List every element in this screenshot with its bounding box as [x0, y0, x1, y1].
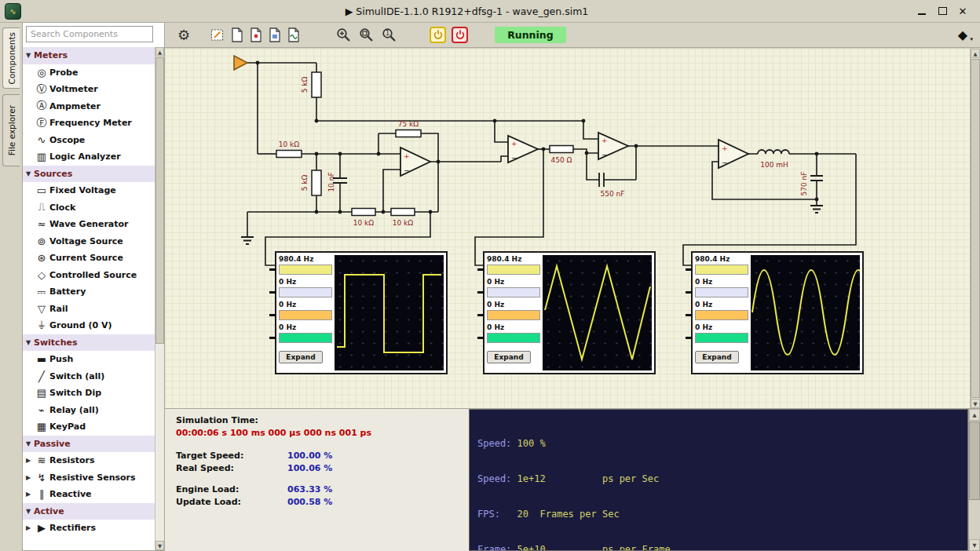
- component-item-fixed-voltage[interactable]: ▭Fixed Voltage: [23, 182, 155, 199]
- component-label: Voltage Source: [49, 236, 123, 246]
- component-item-oscope[interactable]: ∿Oscope: [23, 132, 155, 149]
- zoom-fit-icon[interactable]: [359, 27, 374, 42]
- resistors-icon: ≋: [34, 454, 49, 466]
- inductor-l1[interactable]: 100 mH: [758, 150, 789, 169]
- zoom-in-icon[interactable]: [336, 27, 351, 42]
- opamp-2[interactable]: + −: [508, 136, 538, 162]
- component-item-relay[interactable]: ⌁Relay (all): [23, 402, 155, 419]
- resistor-r4[interactable]: 5 kΩ: [301, 170, 321, 195]
- oscilloscope-2[interactable]: 980.4 Hz 0 Hz 0 Hz 0 Hz Expand: [483, 251, 656, 374]
- component-item-switch-dip[interactable]: ▤Switch Dip: [23, 385, 155, 402]
- component-item-voltage-source[interactable]: ⊚Voltage Source: [23, 233, 155, 250]
- power-off-icon[interactable]: [452, 27, 468, 43]
- component-item-switch[interactable]: ╱Switch (all): [23, 368, 155, 385]
- maximize-icon: [938, 7, 947, 15]
- component-item-probe[interactable]: ◎Probe: [23, 64, 155, 82]
- resistor-r6[interactable]: 10 kΩ: [391, 209, 415, 228]
- wave-generator-symbol[interactable]: [234, 56, 247, 70]
- component-item-resistors[interactable]: ▶≋Resistors: [23, 452, 155, 469]
- oscilloscope-1[interactable]: 980.4 Hz 0 Hz 0 Hz 0 Hz Expand: [275, 251, 448, 374]
- appearance-icon[interactable]: ◆▾: [958, 27, 967, 42]
- components-scrollbar[interactable]: ▲ ▼: [155, 47, 164, 550]
- bottom-panel: Simulation Time: 00:00:06 s 100 ms 000 µ…: [165, 408, 980, 551]
- component-item-rectifiers[interactable]: ▶▶Rectifiers: [23, 520, 155, 537]
- scroll-down-icon[interactable]: ▼: [155, 541, 164, 550]
- opamp-1[interactable]: + −: [400, 148, 430, 176]
- ground-symbol-2[interactable]: [810, 206, 823, 213]
- switch-dip-icon: ▤: [34, 387, 49, 399]
- scroll-thumb[interactable]: [969, 421, 980, 500]
- maximize-button[interactable]: [933, 3, 952, 19]
- oscilloscope-3[interactable]: 980.4 Hz 0 Hz 0 Hz 0 Hz Expand: [691, 251, 864, 374]
- battery-icon: ⎓: [34, 286, 49, 298]
- component-item-ground[interactable]: ⏚Ground (0 V): [23, 317, 155, 334]
- titlebar: ∿ ▶ SimulIDE-1.1.0 R1912+dfsg-1 - wave_g…: [0, 0, 980, 23]
- component-item-clock[interactable]: ⎍Clock: [23, 199, 155, 217]
- component-item-frequency-meter[interactable]: ⒻFrequency Meter: [23, 115, 155, 132]
- close-button[interactable]: ✕: [953, 3, 972, 19]
- tab-file-explorer[interactable]: File explorer: [2, 94, 20, 166]
- resistor-r7[interactable]: 450 Ω: [550, 146, 573, 165]
- wave-generator-icon: ≈: [34, 218, 49, 230]
- opamp-4[interactable]: + −: [719, 140, 748, 168]
- category-meters[interactable]: ▼Meters: [23, 47, 155, 64]
- scroll-up-icon[interactable]: ▲: [155, 47, 164, 57]
- save-circuit-icon[interactable]: [269, 27, 281, 42]
- resistor-r2[interactable]: 75 kΩ: [396, 120, 421, 137]
- expand-button[interactable]: Expand: [695, 351, 739, 363]
- category-active[interactable]: ▼Active: [23, 503, 155, 520]
- resistor-r5[interactable]: 10 kΩ: [352, 209, 375, 228]
- expand-button[interactable]: Expand: [487, 351, 531, 363]
- component-item-controlled-source[interactable]: ◇Controlled Source: [23, 267, 155, 284]
- export-circuit-icon[interactable]: [287, 27, 300, 42]
- channel1-frequency: 980.4 Hz: [695, 255, 748, 264]
- component-item-wave-generator[interactable]: ≈Wave Generator: [23, 216, 155, 233]
- capacitor-c2[interactable]: 550 nF: [599, 173, 624, 198]
- opamp-3[interactable]: + −: [598, 133, 628, 159]
- capacitor-c1[interactable]: 10 nF: [327, 172, 347, 192]
- power-on-icon[interactable]: [430, 27, 446, 43]
- scroll-down-icon[interactable]: ▼: [969, 539, 980, 551]
- edit-circuit-icon[interactable]: [210, 27, 225, 42]
- component-item-keypad[interactable]: ▦KeyPad: [23, 418, 155, 436]
- component-item-voltmeter[interactable]: ⓋVoltmeter: [23, 81, 155, 98]
- resistor-r3[interactable]: 10 kΩ: [276, 140, 302, 158]
- component-label: KeyPad: [49, 421, 86, 432]
- component-item-push[interactable]: ▬Push: [23, 351, 155, 368]
- category-sources[interactable]: ▼Sources: [23, 166, 155, 183]
- component-label: Ground (0 V): [49, 320, 112, 330]
- component-item-current-source[interactable]: ⊛Current Source: [23, 250, 155, 267]
- component-item-battery[interactable]: ⎓Battery: [23, 283, 155, 301]
- simulation-console: Speed: 100 % Speed: 1e+12 ps per Sec FPS…: [469, 409, 968, 551]
- console-scrollbar[interactable]: ▲ ▼: [968, 409, 980, 551]
- component-search-input[interactable]: [26, 26, 153, 42]
- scroll-down-icon[interactable]: ▼: [971, 399, 980, 408]
- canvas-scrollbar[interactable]: ▲ ▼: [970, 49, 980, 408]
- new-circuit-icon[interactable]: [231, 27, 243, 42]
- component-item-logic-analyzer[interactable]: ▥Logic Analyzer: [23, 148, 155, 166]
- capacitor-c3[interactable]: 570 nF: [800, 172, 823, 196]
- category-switches[interactable]: ▼Switches: [23, 334, 155, 352]
- resistor-r1[interactable]: 5 kΩ: [301, 72, 321, 97]
- scroll-thumb[interactable]: [155, 57, 164, 344]
- zoom-one-icon[interactable]: 1: [382, 27, 397, 42]
- component-item-ampmeter[interactable]: ⒶAmpmeter: [23, 98, 155, 115]
- file-button-group: [210, 27, 300, 42]
- settings-gear-icon[interactable]: ⚙: [177, 27, 190, 43]
- tab-components[interactable]: Components: [2, 27, 20, 89]
- scroll-up-icon[interactable]: ▲: [971, 49, 980, 58]
- ground-symbol-1[interactable]: [241, 237, 254, 244]
- scroll-thumb[interactable]: [971, 59, 980, 398]
- circuit-canvas[interactable]: 5 kΩ 10 kΩ 75 kΩ 5 kΩ 10 nF 10 kΩ: [165, 49, 970, 408]
- category-passive[interactable]: ▼Passive: [23, 436, 155, 453]
- component-item-reactive[interactable]: ▶∥Reactive: [23, 486, 155, 503]
- component-item-resistive-sensors[interactable]: ▶↯Resistive Sensors: [23, 469, 155, 487]
- open-circuit-icon[interactable]: [250, 27, 262, 42]
- power-button-group: [430, 27, 468, 43]
- expand-button[interactable]: Expand: [279, 351, 323, 363]
- component-item-rail[interactable]: ▽Rail: [23, 301, 155, 318]
- stat-value: 100.00 %: [287, 451, 332, 461]
- minimize-button[interactable]: [912, 3, 931, 19]
- scope-pin: [269, 291, 276, 294]
- scroll-up-icon[interactable]: ▲: [969, 409, 980, 421]
